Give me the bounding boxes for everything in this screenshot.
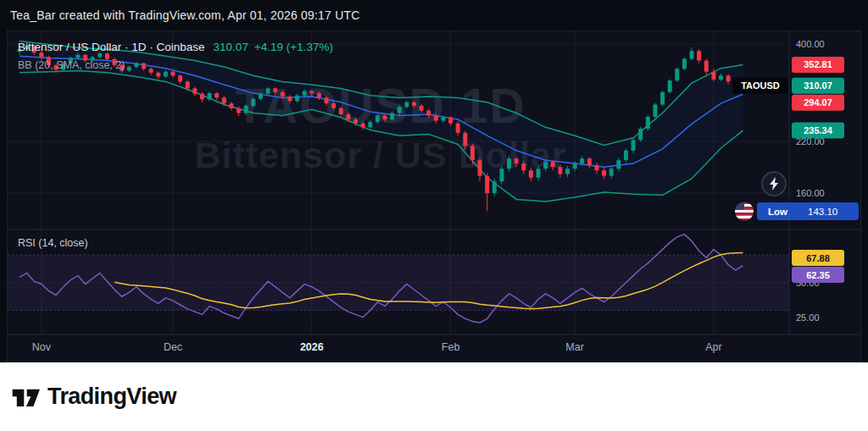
svg-text:Feb: Feb <box>442 341 460 353</box>
svg-text:2026: 2026 <box>300 341 324 353</box>
chart-frame: TAOUSD 1D Bittensor / US Dollar 400.0022… <box>7 30 861 362</box>
tradingview-share-image: Tea_Bar created with TradingView.com, Ap… <box>0 0 868 431</box>
share-header: Tea_Bar created with TradingView.com, Ap… <box>0 0 868 30</box>
share-header-text: Tea_Bar created with TradingView.com, Ap… <box>10 8 360 22</box>
svg-text:400.00: 400.00 <box>796 39 825 49</box>
rsi-indicator-label[interactable]: RSI (14, close) <box>18 237 88 249</box>
svg-text:TAOUSD: TAOUSD <box>741 80 780 91</box>
time-axis[interactable]: NovDec2026FebMarApr <box>32 341 722 353</box>
bb-indicator-label[interactable]: BB (20, SMA, close, 2) <box>18 59 125 71</box>
svg-text:Apr: Apr <box>705 341 721 353</box>
symbol-legend: Bittensor / US Dollar · 1D · Coinbase310… <box>18 41 333 71</box>
svg-text:62.35: 62.35 <box>806 270 830 280</box>
svg-text:25.00: 25.00 <box>796 312 820 323</box>
svg-text:Dec: Dec <box>164 341 182 353</box>
symbol-title[interactable]: Bittensor / US Dollar · 1D · Coinbase <box>18 41 205 53</box>
bb-indicator-legend: BB (20, SMA, close, 2) <box>18 59 333 71</box>
chart-canvas[interactable]: 400.00220.00160.0050.0025.00352.81310.07… <box>8 31 860 362</box>
svg-text:160.00: 160.00 <box>796 188 825 198</box>
last-price: 310.07 <box>214 41 248 53</box>
lightning-icon[interactable] <box>762 172 786 196</box>
low-price-badge: Low143.10 <box>757 202 859 220</box>
svg-text:Nov: Nov <box>32 341 52 353</box>
symbol-legend-row: Bittensor / US Dollar · 1D · Coinbase310… <box>18 41 333 53</box>
svg-text:294.07: 294.07 <box>804 97 832 108</box>
tradingview-logo-icon[interactable] <box>11 383 40 412</box>
svg-text:235.34: 235.34 <box>804 125 833 135</box>
price-change: +4.19 (+1.37%) <box>254 41 333 53</box>
svg-text:Low: Low <box>768 207 787 217</box>
svg-text:352.81: 352.81 <box>804 59 832 69</box>
price-axis[interactable]: 400.00220.00160.0050.0025.00352.81310.07… <box>792 39 844 322</box>
svg-text:143.10: 143.10 <box>808 207 837 217</box>
svg-text:67.88: 67.88 <box>806 253 830 263</box>
us-flag-icon[interactable] <box>734 202 754 222</box>
svg-text:310.07: 310.07 <box>804 80 832 91</box>
tradingview-brand-name[interactable]: TradingView <box>47 384 176 410</box>
symbol-axis-tag: TAOUSD <box>732 78 788 94</box>
brand-footer: TradingView <box>0 362 868 431</box>
svg-text:Mar: Mar <box>565 341 584 353</box>
